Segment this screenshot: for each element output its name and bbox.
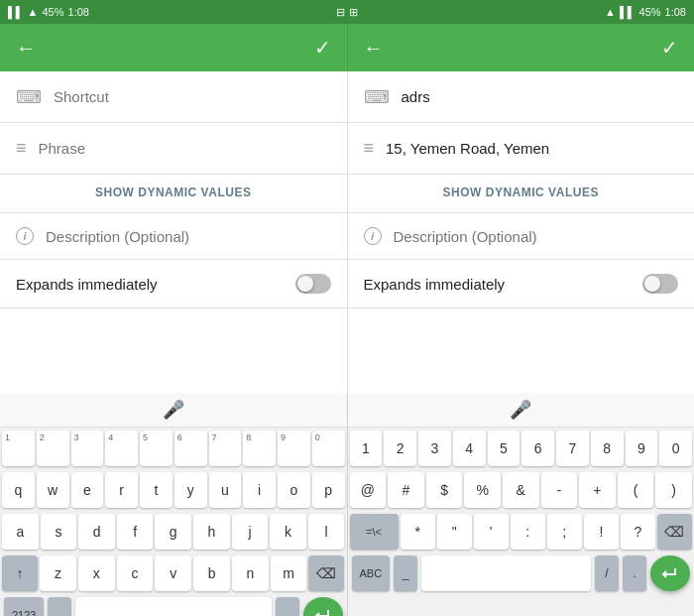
left-shortcut-row[interactable]: ⌨ Shortcut: [0, 71, 347, 123]
rkey-colon[interactable]: :: [511, 514, 545, 550]
spacebar-left[interactable]: [75, 597, 271, 616]
rkey-6[interactable]: 6: [521, 431, 554, 466]
key-o[interactable]: o: [278, 472, 310, 508]
rkey-dquote[interactable]: ": [437, 514, 472, 550]
right-back-button[interactable]: ←: [364, 37, 384, 60]
key-5[interactable]: 5: [140, 431, 173, 466]
rkey-hash[interactable]: #: [388, 472, 424, 508]
rkey-1[interactable]: 1: [350, 431, 383, 466]
key-p[interactable]: p: [312, 472, 345, 508]
left-back-button[interactable]: ←: [16, 37, 36, 60]
rkey-rparen[interactable]: ): [655, 472, 692, 508]
key-4[interactable]: 4: [105, 431, 138, 466]
backspace-key-left[interactable]: ⌫: [308, 555, 344, 591]
center-icons: ⊟ ⊞: [336, 6, 357, 19]
key-2[interactable]: 2: [37, 431, 69, 466]
rkey-dollar[interactable]: $: [426, 472, 463, 508]
right-description-row[interactable]: i Description (Optional): [348, 213, 695, 260]
key-3[interactable]: 3: [71, 431, 104, 466]
key-8[interactable]: 8: [243, 431, 276, 466]
rkey-lparen[interactable]: (: [618, 472, 654, 508]
backspace-key-right[interactable]: ⌫: [657, 514, 692, 550]
key-h[interactable]: h: [193, 514, 230, 550]
key-u[interactable]: u: [209, 472, 242, 508]
left-bottom-row: ?123 , .: [0, 594, 347, 616]
shift-key-left[interactable]: ↑: [2, 555, 38, 591]
key-7[interactable]: 7: [209, 431, 242, 466]
key-g[interactable]: g: [155, 514, 191, 550]
left-phrase-label: Phrase: [39, 140, 331, 157]
enter-key-left[interactable]: [303, 597, 343, 616]
rkey-2[interactable]: 2: [384, 431, 416, 466]
key-a[interactable]: a: [2, 514, 39, 550]
rkey-equals[interactable]: =\<: [350, 514, 399, 550]
rkey-9[interactable]: 9: [626, 431, 658, 466]
rkey-question[interactable]: ?: [621, 514, 655, 550]
key-i[interactable]: i: [243, 472, 276, 508]
right-shortcut-row[interactable]: ⌨ adrs: [348, 71, 695, 123]
key-c[interactable]: c: [117, 555, 154, 591]
key-m[interactable]: m: [271, 555, 307, 591]
key-period-left[interactable]: .: [276, 597, 299, 616]
spacebar-right[interactable]: [421, 555, 591, 591]
rkey-amp[interactable]: &: [503, 472, 539, 508]
key-comma-left[interactable]: ,: [48, 597, 71, 616]
right-check-button[interactable]: ✓: [661, 36, 678, 60]
key-1[interactable]: 1: [2, 431, 35, 466]
key-underscore-right[interactable]: _: [394, 555, 417, 591]
enter-key-right[interactable]: [650, 555, 690, 591]
key-123-left[interactable]: ?123: [4, 597, 44, 616]
right-phrase-row[interactable]: ≡ 15, Yemen Road, Yemen: [348, 123, 695, 175]
left-phrase-row[interactable]: ≡ Phrase: [0, 123, 347, 175]
key-b[interactable]: b: [193, 555, 230, 591]
key-6[interactable]: 6: [174, 431, 207, 466]
key-n[interactable]: n: [232, 555, 269, 591]
right-mic-icon[interactable]: 🎤: [510, 399, 531, 421]
left-expands-toggle[interactable]: [295, 274, 331, 294]
left-panel: ⌨ Shortcut ≡ Phrase SHOW DYNAMIC VALUES …: [0, 71, 348, 393]
key-abc-right[interactable]: ABC: [352, 555, 391, 591]
key-v[interactable]: v: [155, 555, 191, 591]
key-l[interactable]: l: [308, 514, 345, 550]
key-9[interactable]: 9: [278, 431, 310, 466]
key-f[interactable]: f: [117, 514, 154, 550]
rkey-4[interactable]: 4: [453, 431, 486, 466]
rkey-plus[interactable]: +: [579, 472, 616, 508]
key-s[interactable]: s: [41, 514, 77, 550]
key-w[interactable]: w: [37, 472, 69, 508]
left-description-row[interactable]: i Description (Optional): [0, 213, 347, 260]
rkey-star[interactable]: *: [401, 514, 435, 550]
left-show-dynamic-button[interactable]: SHOW DYNAMIC VALUES: [95, 185, 251, 199]
key-t[interactable]: t: [140, 472, 173, 508]
key-d[interactable]: d: [78, 514, 115, 550]
right-keyboard: 🎤 1 2 3 4 5 6 7 8 9 0 @ # $ % & - + ( ): [348, 393, 695, 616]
rkey-minus[interactable]: -: [541, 472, 578, 508]
key-z[interactable]: z: [40, 555, 76, 591]
key-period-right[interactable]: .: [623, 555, 646, 591]
rkey-at[interactable]: @: [350, 472, 387, 508]
right-expands-toggle[interactable]: [642, 274, 678, 294]
key-y[interactable]: y: [174, 472, 207, 508]
time-right: 1:08: [665, 6, 686, 18]
rkey-percent[interactable]: %: [464, 472, 501, 508]
right-show-dynamic-button[interactable]: SHOW DYNAMIC VALUES: [443, 185, 599, 199]
key-e[interactable]: e: [71, 472, 104, 508]
rkey-7[interactable]: 7: [556, 431, 589, 466]
key-slash-right[interactable]: /: [595, 555, 619, 591]
key-0[interactable]: 0: [312, 431, 345, 466]
rkey-semi[interactable]: ;: [547, 514, 582, 550]
key-q[interactable]: q: [2, 472, 35, 508]
key-r[interactable]: r: [105, 472, 138, 508]
rkey-exclaim[interactable]: !: [584, 514, 619, 550]
left-mic-icon[interactable]: 🎤: [163, 399, 184, 421]
rkey-3[interactable]: 3: [418, 431, 451, 466]
left-check-button[interactable]: ✓: [314, 36, 331, 60]
key-x[interactable]: x: [78, 555, 115, 591]
key-k[interactable]: k: [270, 514, 306, 550]
rkey-8[interactable]: 8: [591, 431, 624, 466]
right-expands-row: Expands immediately: [348, 260, 695, 308]
rkey-squote[interactable]: ': [474, 514, 509, 550]
rkey-5[interactable]: 5: [488, 431, 520, 466]
key-j[interactable]: j: [232, 514, 269, 550]
rkey-0[interactable]: 0: [659, 431, 692, 466]
